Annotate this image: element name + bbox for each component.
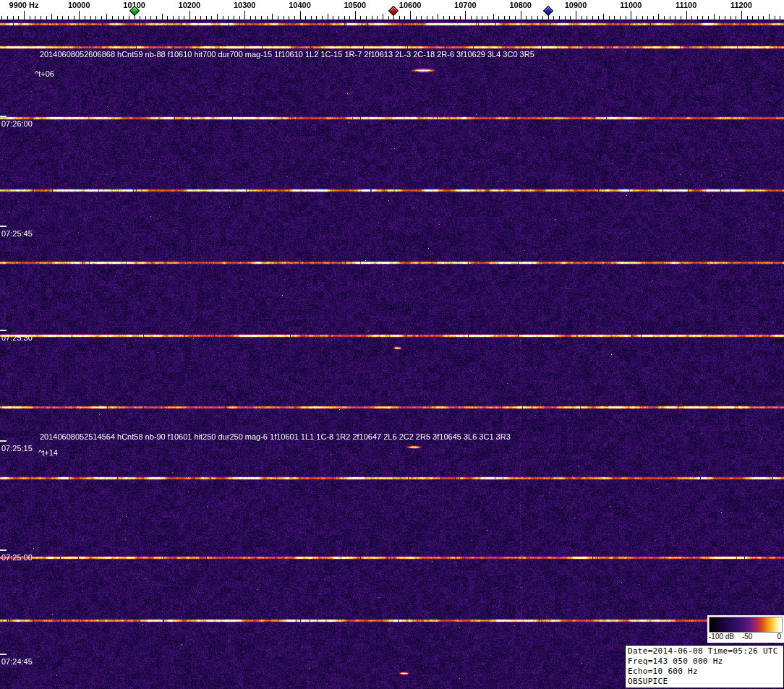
time-tick	[0, 654, 7, 655]
freq-tick-label: 11100	[676, 1, 696, 9]
freq-tick-label: 10500	[344, 1, 367, 9]
spectrogram-waterfall[interactable]: -100 dB -50 0 Date=2014-06-08 Time=05:26…	[0, 20, 784, 689]
time-label: 07:25:30	[1, 333, 33, 342]
legend-max-label: 0	[777, 633, 781, 641]
colormap-legend-labels: -100 dB -50 0	[707, 633, 784, 643]
legend-min-label: -100 dB	[709, 633, 734, 641]
detection-annotation: 20140608052514564 hCnt58 nb-90 f10601 hi…	[40, 432, 511, 441]
freq-tick-label: 10400	[289, 1, 311, 9]
time-tick	[0, 226, 7, 227]
time-label: 07:24:45	[1, 657, 33, 666]
freq-tick-label: 10200	[179, 1, 201, 9]
freq-tick-label: 9900 Hz	[9, 1, 39, 9]
colormap-legend: -100 dB -50 0	[707, 615, 784, 643]
time-tick	[0, 440, 7, 442]
spectrogram-overlay: -100 dB -50 0 Date=2014-06-08 Time=05:26…	[0, 20, 784, 689]
freq-tick-label: 11000	[620, 1, 642, 9]
radio-meteor-spectrogram-window: 9900 Hz100001010010200103001040010500106…	[0, 0, 784, 689]
detection-annotation: 20140608052606868 hCnt59 nb-88 f10610 hi…	[40, 50, 534, 59]
detection-annotation: ^t+06	[35, 69, 54, 78]
frequency-ruler[interactable]: 9900 Hz100001010010200103001040010500106…	[0, 0, 784, 20]
time-tick	[0, 116, 7, 117]
time-label: 07:25:15	[1, 444, 33, 453]
freq-tick-label: 10600	[399, 1, 422, 9]
time-tick	[0, 549, 7, 551]
freq-tick-label: 10000	[68, 1, 90, 9]
info-station-line: OBSUPICE	[628, 677, 781, 687]
time-label: 07:25:00	[1, 553, 33, 562]
info-frequency-line: Freq=143 050 000 Hz	[628, 656, 781, 667]
legend-mid-label: -50	[742, 633, 752, 641]
time-tick	[0, 330, 7, 331]
time-label: 07:25:45	[1, 229, 33, 238]
info-echo-line: Echo=10 600 Hz	[628, 667, 781, 677]
time-label: 07:26:00	[1, 119, 33, 128]
colormap-gradient	[709, 617, 783, 633]
freq-tick-label: 10800	[509, 1, 532, 9]
detection-annotation: ^t+14	[38, 448, 58, 457]
freq-tick-label: 10700	[454, 1, 477, 9]
freq-tick-label: 10300	[234, 1, 256, 9]
freq-tick-label: 10900	[565, 1, 587, 9]
freq-tick-label: 11200	[730, 1, 752, 9]
info-date-time-line: Date=2014-06-08 Time=05:26 UTC	[628, 646, 781, 656]
observation-info-box: Date=2014-06-08 Time=05:26 UTC Freq=143 …	[625, 645, 784, 688]
